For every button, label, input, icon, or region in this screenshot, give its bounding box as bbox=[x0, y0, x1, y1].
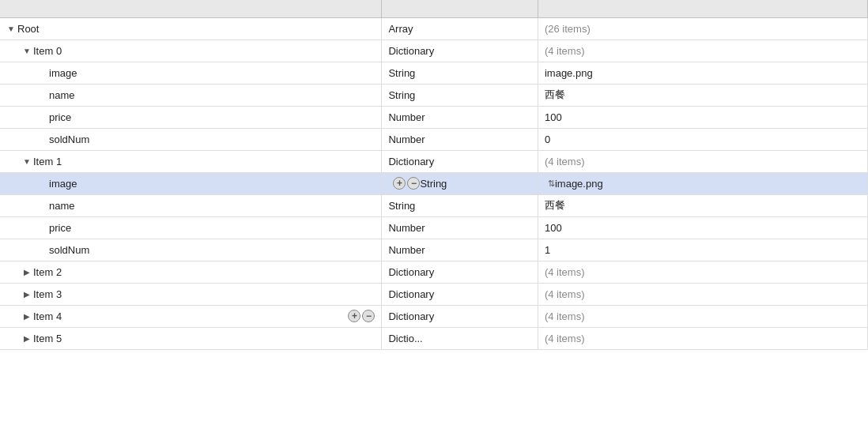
key-cell: Item 3 bbox=[0, 283, 382, 305]
key-label: Root bbox=[17, 23, 375, 35]
expand-icon[interactable] bbox=[22, 47, 32, 55]
key-label: price bbox=[49, 222, 375, 234]
key-label: Item 5 bbox=[33, 333, 375, 344]
table-row[interactable]: image+− String⇅ image.png bbox=[0, 172, 868, 194]
table-row[interactable]: priceNumber100 bbox=[0, 106, 868, 128]
key-cell: Root bbox=[0, 17, 382, 39]
key-label: image bbox=[49, 178, 375, 190]
type-label: String bbox=[382, 194, 538, 216]
table-row[interactable]: nameString西餐 bbox=[0, 84, 868, 106]
type-label: Number bbox=[382, 216, 538, 239]
value-cell: ⇅ image.png bbox=[538, 172, 867, 194]
value-label: 西餐 bbox=[538, 194, 867, 216]
action-buttons: +− bbox=[348, 310, 375, 322]
remove-button[interactable]: − bbox=[362, 310, 375, 322]
table-row[interactable]: priceNumber100 bbox=[0, 216, 868, 239]
add-button[interactable]: + bbox=[348, 310, 360, 322]
key-label: Item 3 bbox=[33, 288, 375, 300]
type-label: Array bbox=[382, 17, 538, 39]
value-label: 0 bbox=[538, 128, 867, 150]
type-cell: +− String bbox=[382, 172, 538, 194]
table-row[interactable]: imageStringimage.png bbox=[0, 62, 868, 84]
remove-button[interactable]: − bbox=[407, 177, 420, 190]
column-header-type bbox=[382, 0, 538, 17]
table-row[interactable]: Item 5Dictio...(4 items) bbox=[0, 327, 868, 349]
table-row[interactable]: nameString西餐 bbox=[0, 194, 868, 216]
key-cell: image bbox=[0, 172, 382, 194]
table-row[interactable]: Item 4+−Dictionary(4 items) bbox=[0, 305, 868, 327]
key-label: Item 2 bbox=[33, 266, 375, 278]
expand-icon[interactable] bbox=[22, 290, 32, 299]
value-label: (4 items) bbox=[538, 150, 867, 172]
value-label: 西餐 bbox=[538, 84, 867, 106]
value-label: image.png bbox=[555, 178, 603, 190]
key-label: name bbox=[49, 200, 375, 212]
type-label: Dictionary bbox=[382, 261, 538, 283]
key-label: soldNum bbox=[49, 244, 375, 256]
value-label: (4 items) bbox=[538, 261, 867, 283]
type-label: Dictio... bbox=[382, 327, 538, 349]
key-label: name bbox=[49, 89, 375, 101]
expand-icon[interactable] bbox=[22, 312, 32, 321]
expand-icon[interactable] bbox=[22, 268, 32, 276]
key-cell: Item 5 bbox=[0, 327, 382, 349]
expand-icon[interactable] bbox=[6, 24, 16, 33]
value-label: (4 items) bbox=[538, 327, 867, 349]
value-label: (26 items) bbox=[538, 17, 867, 39]
value-label: (4 items) bbox=[538, 39, 867, 62]
key-cell: Item 2 bbox=[0, 261, 382, 283]
expand-icon[interactable] bbox=[22, 157, 32, 166]
plist-table: RootArray(26 items)Item 0Dictionary(4 it… bbox=[0, 0, 868, 350]
key-cell: Item 0 bbox=[0, 39, 382, 62]
type-label: Dictionary bbox=[382, 283, 538, 305]
type-label: Number bbox=[382, 128, 538, 150]
type-label: String bbox=[382, 62, 538, 84]
column-header-value bbox=[538, 0, 867, 17]
value-label: 100 bbox=[538, 106, 867, 128]
key-label: price bbox=[49, 111, 375, 123]
key-label: Item 1 bbox=[33, 156, 375, 167]
key-cell: name bbox=[0, 84, 382, 106]
key-label: soldNum bbox=[49, 134, 375, 145]
key-cell: Item 4+− bbox=[0, 305, 382, 327]
column-header-key bbox=[0, 0, 382, 17]
action-buttons: +− bbox=[393, 177, 420, 190]
sort-icon[interactable]: ⇅ bbox=[548, 179, 555, 189]
key-cell: image bbox=[0, 62, 382, 84]
type-label: String bbox=[382, 84, 538, 106]
key-label: image bbox=[49, 67, 375, 79]
key-cell: price bbox=[0, 106, 382, 128]
value-label: 1 bbox=[538, 239, 867, 261]
key-label: Item 0 bbox=[33, 45, 375, 57]
type-label: Dictionary bbox=[382, 39, 538, 62]
key-cell: name bbox=[0, 194, 382, 216]
key-cell: price bbox=[0, 216, 382, 239]
type-label: Dictionary bbox=[382, 150, 538, 172]
key-cell: soldNum bbox=[0, 128, 382, 150]
table-row[interactable]: Item 1Dictionary(4 items) bbox=[0, 150, 868, 172]
key-cell: soldNum bbox=[0, 239, 382, 261]
table-row[interactable]: Item 2Dictionary(4 items) bbox=[0, 261, 868, 283]
table-row[interactable]: Item 3Dictionary(4 items) bbox=[0, 283, 868, 305]
table-row[interactable]: RootArray(26 items) bbox=[0, 17, 868, 39]
value-label: image.png bbox=[538, 62, 867, 84]
type-label: Number bbox=[382, 239, 538, 261]
value-label: (4 items) bbox=[538, 283, 867, 305]
key-label: Item 4 bbox=[33, 310, 343, 322]
key-cell: Item 1 bbox=[0, 150, 382, 172]
add-button[interactable]: + bbox=[393, 177, 406, 190]
expand-icon[interactable] bbox=[22, 334, 32, 343]
table-row[interactable]: soldNumNumber0 bbox=[0, 128, 868, 150]
type-label: Dictionary bbox=[382, 305, 538, 327]
table-row[interactable]: Item 0Dictionary(4 items) bbox=[0, 39, 868, 62]
table-row[interactable]: soldNumNumber1 bbox=[0, 239, 868, 261]
value-label: 100 bbox=[538, 216, 867, 239]
type-label: String bbox=[420, 178, 447, 190]
type-label: Number bbox=[382, 106, 538, 128]
value-label: (4 items) bbox=[538, 305, 867, 327]
